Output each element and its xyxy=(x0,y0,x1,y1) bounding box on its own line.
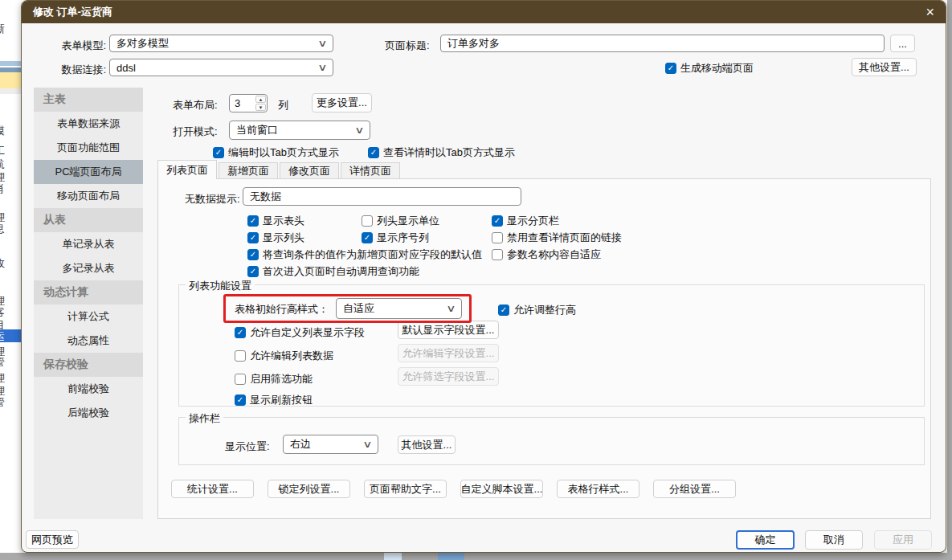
checkbox-label: 显示分页栏 xyxy=(507,214,559,228)
detail-tab-mode-checkbox[interactable]: ✓ 查看详情时以Tab页方式显示 xyxy=(368,145,515,160)
background-partial-text: 理 xyxy=(0,171,5,183)
tab-detail-page[interactable]: 详情页面 xyxy=(341,162,400,179)
allow-edit-data-checkbox[interactable]: 允许编辑列表数据 xyxy=(235,349,333,363)
row-height-style-label: 表格初始行高样式： xyxy=(235,302,329,317)
show-pagination-checkbox[interactable]: ✓ 显示分页栏 xyxy=(492,214,559,228)
generate-mobile-label: 生成移动端页面 xyxy=(680,61,754,76)
ok-button[interactable]: 确定 xyxy=(736,530,795,550)
default-fields-settings-button[interactable]: 默认显示字段设置... xyxy=(398,321,499,339)
checkbox-checked-icon: ✓ xyxy=(247,215,259,227)
auto-query-checkbox[interactable]: ✓ 首次进入页面时自动调用查询功能 xyxy=(247,264,419,279)
display-position-select[interactable]: 右边 ∨ xyxy=(283,435,378,454)
spin-up-icon[interactable]: ▲ xyxy=(255,96,266,103)
column-unit-checkbox[interactable]: 列头显示单位 xyxy=(362,214,439,228)
group-settings-button[interactable]: 分组设置... xyxy=(653,480,736,498)
background-window-sliver: 新 模 工 航 理 肖 理 息 收 理 客 目 运 理 管 理 理 管 xyxy=(0,0,21,560)
sidebar-item-page-function-scope[interactable]: 页面功能范围 xyxy=(34,136,143,160)
dialog-title: 修改 订单-运货商 xyxy=(33,5,112,19)
show-column-header-checkbox[interactable]: ✓ 显示列头 xyxy=(247,231,304,245)
background-stripe xyxy=(0,88,21,94)
other-settings-top-button[interactable]: 其他设置... xyxy=(852,58,917,76)
sidebar-item-mobile-page-layout[interactable]: 移动页面布局 xyxy=(34,184,143,208)
chevron-down-icon: ∨ xyxy=(354,125,364,136)
action-bar-other-settings-button[interactable]: 其他设置... xyxy=(398,435,456,454)
open-mode-value: 当前窗口 xyxy=(236,123,278,137)
tab-list-page[interactable]: 列表页面 xyxy=(157,160,217,179)
show-index-column-checkbox[interactable]: ✓ 显示序号列 xyxy=(362,231,429,245)
edit-tab-mode-checkbox[interactable]: ✓ 编辑时以Tab页方式显示 xyxy=(213,145,339,160)
row-height-style-select[interactable]: 自适应 ∨ xyxy=(336,298,462,319)
checkbox-checked-icon: ✓ xyxy=(235,327,246,338)
background-partial-text: 模 xyxy=(0,125,5,137)
sidebar: 主表 表单数据来源 页面功能范围 PC端页面布局 移动页面布局 从表 单记录从表… xyxy=(34,88,143,519)
query-default-value-checkbox[interactable]: ✓ 将查询条件的值作为新增页面对应字段的默认值 xyxy=(247,247,482,262)
data-connection-select[interactable]: ddsl ∨ xyxy=(109,59,333,76)
sidebar-item-frontend-validation[interactable]: 前端校验 xyxy=(34,377,143,401)
allow-adjust-row-height-checkbox[interactable]: ✓ 允许调整行高 xyxy=(498,303,576,317)
background-partial-text: 理 xyxy=(0,295,5,307)
allow-custom-fields-checkbox[interactable]: ✓ 允许自定义列表显示字段 xyxy=(235,325,365,340)
background-partial-text: 理 xyxy=(0,372,5,384)
close-icon[interactable]: × xyxy=(925,5,934,19)
display-position-label: 显示位置: xyxy=(225,439,270,454)
checkbox-label: 显示刷新按钮 xyxy=(250,393,313,407)
background-partial-text: 管 xyxy=(0,396,5,408)
custom-script-settings-button[interactable]: 自定义脚本设置... xyxy=(460,480,543,498)
checkbox-checked-icon: ✓ xyxy=(247,232,259,243)
web-preview-button[interactable]: 网页预览 xyxy=(26,530,79,549)
page-title-label: 页面标题: xyxy=(385,39,430,53)
sidebar-item-backend-validation[interactable]: 后端校验 xyxy=(34,401,143,425)
background-partial-text: 航 xyxy=(0,158,5,170)
chevron-down-icon: ∨ xyxy=(362,439,372,450)
checkbox-label: 列头显示单位 xyxy=(377,214,439,228)
table-row-style-button[interactable]: 表格行样式... xyxy=(557,480,639,498)
more-settings-button[interactable]: 更多设置... xyxy=(312,93,372,112)
checkbox-checked-icon: ✓ xyxy=(235,394,246,406)
sidebar-item-single-record-subtable[interactable]: 单记录从表 xyxy=(34,232,143,256)
data-connection-label: 数据连接: xyxy=(38,63,106,77)
action-bar-group-title: 操作栏 xyxy=(186,411,223,426)
background-partial-text: 收 xyxy=(0,257,5,269)
checkbox-checked-icon: ✓ xyxy=(247,249,259,260)
background-partial-text: 运 xyxy=(0,330,5,342)
generate-mobile-checkbox[interactable]: ✓ 生成移动端页面 xyxy=(665,61,754,76)
statistics-settings-button[interactable]: 统计设置... xyxy=(171,480,254,498)
chevron-down-icon: ∨ xyxy=(317,38,327,49)
enable-filter-checkbox[interactable]: 启用筛选功能 xyxy=(235,372,313,386)
sidebar-item-form-data-source[interactable]: 表单数据来源 xyxy=(34,112,143,136)
page-title-ellipsis-button[interactable]: ... xyxy=(890,35,915,52)
chevron-down-icon: ∨ xyxy=(446,303,456,314)
background-partial-text: 工 xyxy=(0,145,5,157)
cancel-button[interactable]: 取消 xyxy=(805,530,863,550)
show-refresh-button-checkbox[interactable]: ✓ 显示刷新按钮 xyxy=(235,393,313,407)
sidebar-item-multi-record-subtable[interactable]: 多记录从表 xyxy=(34,256,143,280)
disable-detail-link-checkbox[interactable]: 禁用查看详情页面的链接 xyxy=(492,231,622,245)
no-data-input[interactable]: 无数据 xyxy=(243,187,521,206)
form-layout-unit-label: 列 xyxy=(278,98,288,112)
checkbox-label: 允许调整行高 xyxy=(513,303,576,317)
apply-button: 应用 xyxy=(874,530,932,550)
page-help-text-button[interactable]: 页面帮助文字... xyxy=(364,480,447,498)
checkbox-checked-icon: ✓ xyxy=(498,305,509,316)
form-model-select[interactable]: 多对多模型 ∨ xyxy=(109,35,333,52)
sidebar-item-calc-formula[interactable]: 计算公式 xyxy=(34,305,143,329)
tab-modify-page[interactable]: 修改页面 xyxy=(280,162,339,179)
page-title-input[interactable]: 订单多对多 xyxy=(440,35,885,52)
page-tabs: 列表页面 新增页面 修改页面 详情页面 xyxy=(157,160,402,179)
background-partial-text: 理 xyxy=(0,211,5,223)
sidebar-item-pc-page-layout[interactable]: PC端页面布局 xyxy=(34,160,143,184)
lock-column-settings-button[interactable]: 锁定列设置... xyxy=(268,480,350,498)
spin-down-icon[interactable]: ▼ xyxy=(255,104,266,111)
sidebar-header-save-validation: 保存校验 xyxy=(34,353,143,377)
show-table-header-checkbox[interactable]: ✓ 显示表头 xyxy=(247,214,304,228)
param-name-autofit-checkbox[interactable]: 参数名称内容自适应 xyxy=(492,247,601,262)
sidebar-item-dynamic-attribute[interactable]: 动态属性 xyxy=(34,329,143,353)
checkbox-label: 禁用查看详情页面的链接 xyxy=(507,231,622,245)
background-partial-text: 理 xyxy=(0,385,5,397)
open-mode-select[interactable]: 当前窗口 ∨ xyxy=(229,121,370,140)
sidebar-header-main-table: 主表 xyxy=(34,88,143,112)
form-layout-spinner[interactable]: 3 ▲ ▼ xyxy=(229,94,268,112)
tab-add-page[interactable]: 新增页面 xyxy=(219,162,278,179)
checkbox-label: 显示表头 xyxy=(263,214,304,228)
checkbox-checked-icon: ✓ xyxy=(492,215,503,227)
